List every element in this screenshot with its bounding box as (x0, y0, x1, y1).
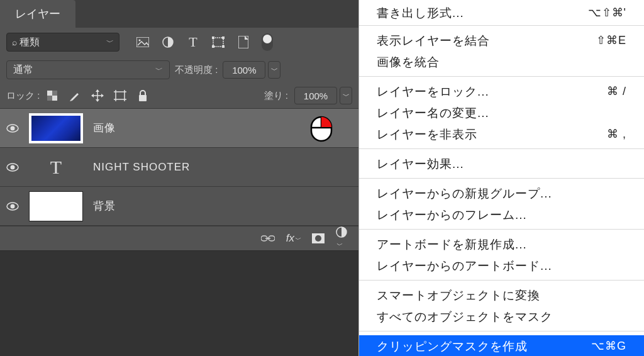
link-layers-icon[interactable] (261, 235, 275, 242)
menu-item-label: レイヤーからのフレーム... (377, 209, 527, 221)
fill-caret[interactable]: ﹀ (340, 87, 352, 104)
mouse-cursor-icon (309, 115, 333, 143)
filter-smart-icon[interactable] (236, 35, 250, 49)
fx-icon[interactable]: fx﹀ (286, 232, 301, 245)
search-icon: ⌕ (12, 37, 17, 47)
layer-thumbnail[interactable] (29, 191, 83, 221)
opacity-caret[interactable]: ﹀ (268, 61, 280, 79)
svg-rect-14 (139, 95, 147, 101)
svg-point-25 (315, 235, 321, 242)
menu-item[interactable]: 書き出し形式...⌥⇧⌘' (359, 0, 644, 21)
filter-pixel-icon[interactable] (136, 35, 150, 49)
layer-name: 画像 (93, 121, 116, 135)
svg-point-19 (11, 165, 15, 169)
menu-item[interactable]: アートボードを新規作成... (359, 233, 644, 255)
svg-rect-9 (47, 91, 52, 96)
menu-item-label: 画像を統合 (377, 56, 440, 68)
menu-item[interactable]: スマートオブジェクトに変換 (359, 284, 644, 306)
menu-item-label: すべてのオブジェクトをマスク (377, 311, 553, 323)
svg-rect-4 (212, 36, 214, 39)
menu-item-label: 書き出し形式... (377, 7, 464, 19)
menu-item[interactable]: レイヤーを非表示⌘ , (359, 123, 644, 145)
menu-item[interactable]: レイヤーからのフレーム... (359, 204, 644, 225)
lock-paint-icon[interactable] (69, 89, 81, 102)
layers-panel: レイヤー ⌕種類 ﹀ T 通常 ﹀ 不透明度 : 100% ﹀ ロック : (0, 0, 358, 356)
menu-separator (359, 178, 644, 179)
opacity-value[interactable]: 100% (223, 61, 265, 79)
menu-separator (359, 76, 644, 77)
canvas-area (0, 251, 358, 356)
menu-item-label: クリッピングマスクを作成 (377, 340, 528, 352)
menu-separator (359, 331, 644, 331)
svg-rect-6 (212, 45, 214, 48)
layer-thumbnail[interactable]: T (29, 152, 83, 182)
lock-artboard-icon[interactable] (114, 89, 126, 102)
adjustment-icon[interactable]: ﹀ (336, 226, 347, 250)
chevron-down-icon: ﹀ (155, 65, 163, 75)
menu-separator (359, 148, 644, 149)
svg-point-21 (11, 204, 15, 208)
lock-label: ロック : (6, 90, 40, 102)
menu-item-shortcut: ⌥⇧⌘' (588, 7, 626, 18)
blend-mode-value: 通常 (13, 64, 33, 77)
fill-value[interactable]: 100% (294, 87, 337, 104)
layer-filter-select[interactable]: ⌕種類 ﹀ (6, 33, 119, 52)
svg-rect-13 (116, 92, 125, 99)
lock-icons (46, 89, 149, 102)
menu-item[interactable]: クリッピングマスクを作成⌥⌘G (359, 335, 644, 356)
opacity-label: 不透明度 : (175, 64, 218, 76)
visibility-toggle[interactable] (6, 202, 19, 211)
lock-all-icon[interactable] (136, 89, 149, 102)
menu-item-label: レイヤーをロック... (377, 86, 489, 97)
blend-row: 通常 ﹀ 不透明度 : 100% ﹀ (0, 57, 358, 83)
menu-item-label: レイヤーを非表示 (377, 128, 477, 140)
svg-rect-5 (222, 36, 225, 39)
menu-item-shortcut: ⌥⌘G (591, 340, 626, 352)
visibility-toggle[interactable] (6, 163, 19, 172)
menu-item-label: レイヤー効果... (377, 158, 464, 170)
filter-row: ⌕種類 ﹀ T (0, 28, 358, 57)
menu-separator (359, 229, 644, 230)
menu-item[interactable]: レイヤーからの新規グループ... (359, 182, 644, 204)
lock-transparency-icon[interactable] (46, 89, 58, 102)
layer-row[interactable]: 背景 (0, 187, 358, 226)
tab-label: レイヤー (15, 6, 60, 21)
svg-rect-3 (213, 38, 223, 47)
filter-toggle[interactable] (262, 33, 273, 51)
menu-item[interactable]: レイヤー効果... (359, 153, 644, 174)
layer-row[interactable]: T NIGHT SHOOTER (0, 148, 358, 187)
filter-text: 種類 (19, 36, 40, 47)
menu-separator (359, 25, 644, 26)
tab-layers[interactable]: レイヤー (0, 0, 75, 28)
svg-rect-7 (222, 45, 225, 48)
svg-rect-12 (47, 96, 52, 101)
svg-point-16 (11, 126, 15, 130)
layers-list: 画像 T NIGHT SHOOTER 背景 (0, 109, 358, 226)
lock-position-icon[interactable] (91, 89, 104, 102)
filter-shape-icon[interactable] (211, 35, 225, 49)
filter-adjust-icon[interactable] (161, 35, 175, 49)
menu-item[interactable]: レイヤーをロック...⌘ / (359, 81, 644, 102)
menu-item[interactable]: 表示レイヤーを結合⇧⌘E (359, 30, 644, 51)
layer-row[interactable]: 画像 (0, 109, 358, 148)
filter-text-icon[interactable]: T (186, 35, 200, 49)
visibility-toggle[interactable] (6, 124, 19, 133)
svg-point-1 (139, 40, 141, 42)
panel-bottom-bar: fx﹀ ﹀ (0, 226, 358, 251)
layer-thumbnail[interactable] (29, 113, 83, 143)
menu-item-label: レイヤー名の変更... (377, 107, 489, 119)
lock-row: ロック : 塗り : 100% ﹀ (0, 83, 358, 109)
menu-item[interactable]: レイヤーからのアートボード... (359, 255, 644, 276)
menu-item[interactable]: 画像を統合 (359, 51, 644, 72)
menu-item-shortcut: ⇧⌘E (596, 35, 626, 46)
mask-icon[interactable] (312, 233, 325, 243)
menu-item-label: 表示レイヤーを結合 (377, 35, 490, 47)
blend-mode-select[interactable]: 通常 ﹀ (6, 60, 170, 79)
layer-name: NIGHT SHOOTER (93, 161, 190, 174)
svg-rect-11 (52, 91, 57, 96)
menu-item[interactable]: レイヤー名の変更... (359, 102, 644, 123)
panel-tabs: レイヤー (0, 0, 358, 28)
menu-separator (359, 280, 644, 281)
chevron-down-icon: ﹀ (106, 37, 114, 48)
menu-item[interactable]: すべてのオブジェクトをマスク (359, 306, 644, 327)
